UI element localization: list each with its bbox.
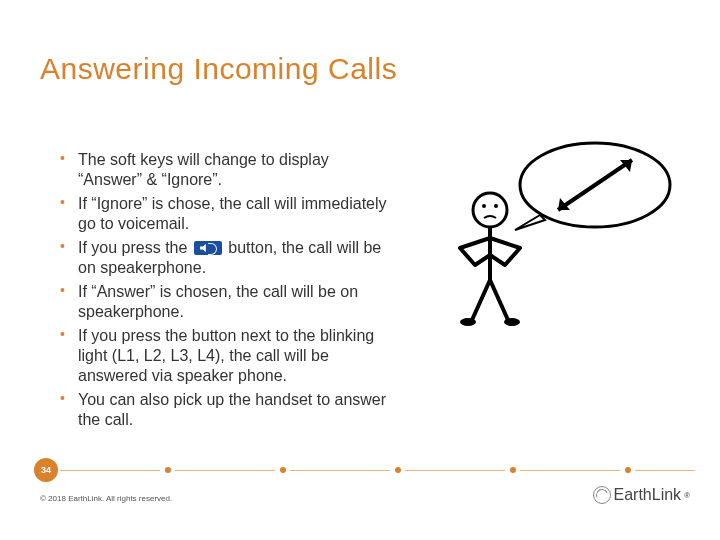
bullet-text: If you press the button next to the blin… bbox=[78, 327, 374, 384]
svg-point-5 bbox=[482, 204, 486, 208]
bullet-text: If you press the bbox=[78, 239, 192, 256]
page-number-badge: 34 bbox=[34, 458, 58, 482]
list-item: If you press the button, the call will b… bbox=[60, 238, 390, 278]
clipart-illustration bbox=[430, 130, 680, 330]
bullet-text: You can also pick up the handset to answ… bbox=[78, 391, 386, 428]
svg-point-6 bbox=[494, 204, 498, 208]
svg-point-11 bbox=[504, 318, 520, 326]
svg-line-9 bbox=[490, 280, 508, 320]
svg-line-8 bbox=[472, 280, 490, 320]
speaker-icon bbox=[194, 241, 222, 255]
copyright-text: © 2018 EarthLink. All rights reserved. bbox=[40, 494, 172, 503]
svg-point-4 bbox=[473, 193, 507, 227]
list-item: You can also pick up the handset to answ… bbox=[60, 390, 390, 430]
bullet-list: The soft keys will change to display “An… bbox=[60, 150, 390, 434]
bullet-text: If “Ignore” is chose, the call will imme… bbox=[78, 195, 387, 232]
bullet-text: If “Answer” is chosen, the call will be … bbox=[78, 283, 358, 320]
list-item: If “Answer” is chosen, the call will be … bbox=[60, 282, 390, 322]
page-title: Answering Incoming Calls bbox=[40, 52, 397, 86]
svg-point-10 bbox=[460, 318, 476, 326]
list-item: If “Ignore” is chose, the call will imme… bbox=[60, 194, 390, 234]
earthlink-logo: EarthLink® bbox=[593, 486, 691, 504]
list-item: If you press the button next to the blin… bbox=[60, 326, 390, 386]
bullet-text: The soft keys will change to display “An… bbox=[78, 151, 329, 188]
globe-icon bbox=[593, 486, 611, 504]
list-item: The soft keys will change to display “An… bbox=[60, 150, 390, 190]
registered-mark: ® bbox=[684, 491, 690, 500]
slide: Answering Incoming Calls The soft keys w… bbox=[0, 0, 720, 540]
logo-text: EarthLink bbox=[614, 486, 682, 504]
footer-divider bbox=[0, 460, 720, 480]
